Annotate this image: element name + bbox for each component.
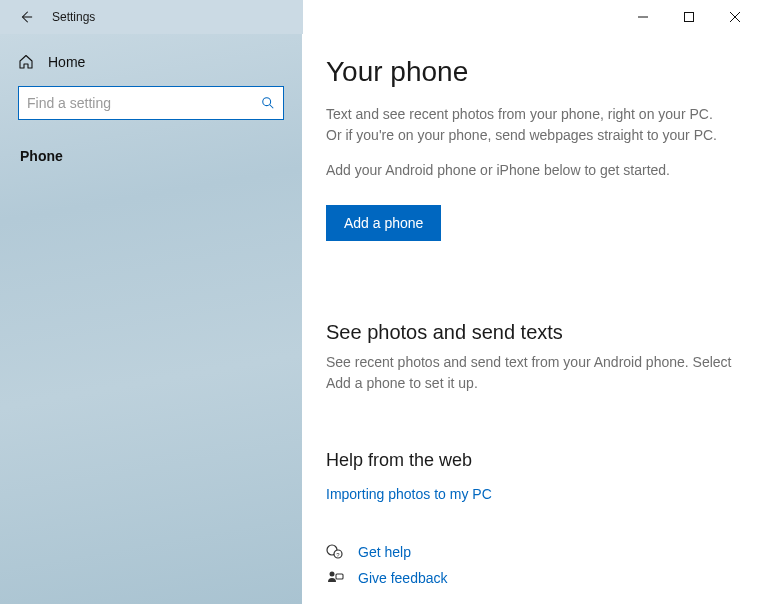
feedback-icon <box>326 569 344 587</box>
search-icon <box>261 96 275 110</box>
get-help-row[interactable]: ? Get help <box>326 543 734 561</box>
search-box[interactable] <box>18 86 284 120</box>
window-title: Settings <box>52 10 95 24</box>
page-title: Your phone <box>326 56 734 88</box>
add-phone-button[interactable]: Add a phone <box>326 205 441 241</box>
minimize-icon <box>638 12 648 22</box>
maximize-button[interactable] <box>666 0 712 34</box>
maximize-icon <box>684 12 694 22</box>
main-container: Home Phone Your phone Text and see recen… <box>0 34 758 604</box>
svg-rect-0 <box>685 13 694 22</box>
svg-point-1 <box>263 98 271 106</box>
back-button[interactable] <box>18 9 34 25</box>
section-photos-title: See photos and send texts <box>326 321 734 344</box>
window-controls <box>620 0 758 34</box>
minimize-button[interactable] <box>620 0 666 34</box>
sidebar-item-phone[interactable]: Phone <box>18 142 284 170</box>
give-feedback-link[interactable]: Give feedback <box>358 570 448 586</box>
back-arrow-icon <box>19 10 33 24</box>
close-button[interactable] <box>712 0 758 34</box>
titlebar-left: Settings <box>0 9 302 25</box>
svg-rect-6 <box>336 574 343 579</box>
home-icon <box>18 54 34 70</box>
help-link-importing-photos[interactable]: Importing photos to my PC <box>326 486 492 502</box>
svg-point-5 <box>330 572 335 577</box>
content-pane: Your phone Text and see recent photos fr… <box>302 34 758 604</box>
help-section-title: Help from the web <box>326 450 734 471</box>
section-photos-desc: See recent photos and send text from you… <box>326 352 734 394</box>
sidebar: Home Phone <box>0 34 302 604</box>
description-2: Add your Android phone or iPhone below t… <box>326 160 726 181</box>
search-input[interactable] <box>27 95 261 111</box>
give-feedback-row[interactable]: Give feedback <box>326 569 734 587</box>
home-nav-item[interactable]: Home <box>18 48 284 86</box>
close-icon <box>730 12 740 22</box>
titlebar: Settings <box>0 0 758 34</box>
get-help-icon: ? <box>326 543 344 561</box>
home-label: Home <box>48 54 85 70</box>
get-help-link[interactable]: Get help <box>358 544 411 560</box>
description-1: Text and see recent photos from your pho… <box>326 104 726 146</box>
